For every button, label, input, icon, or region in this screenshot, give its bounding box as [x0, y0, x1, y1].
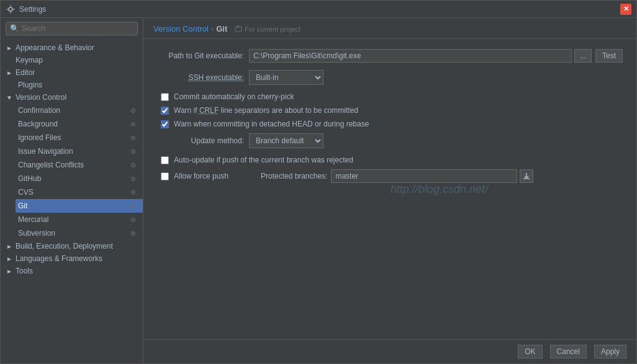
update-method-label: Update method: — [156, 136, 249, 145]
settings-icon-small: ⚙ — [128, 160, 138, 170]
auto-update-checkbox[interactable] — [161, 156, 169, 164]
svg-point-1 — [10, 5, 11, 6]
allow-force-checkbox[interactable] — [161, 172, 169, 180]
titlebar: Settings ✕ — [1, 1, 636, 18]
sidebar-item-tools[interactable]: Tools — [1, 265, 143, 277]
window-title: Settings — [19, 5, 620, 14]
main-panel: Version Control › Git For current projec… — [143, 18, 636, 363]
sidebar-item-label: Issue Navigation — [18, 147, 73, 156]
sidebar-item-languages[interactable]: Languages & Frameworks — [1, 252, 143, 265]
sidebar-item-label: CVS — [18, 188, 34, 197]
settings-icon-small: ⚙ — [128, 105, 138, 115]
sidebar-item-label: Build, Execution, Deployment — [16, 242, 113, 251]
sidebar-item-label: Ignored Files — [18, 133, 61, 142]
svg-point-3 — [7, 9, 8, 10]
sidebar: 🔍 Appearance & Behavior Keymap — [1, 18, 143, 363]
sidebar-item-label: Changelist Conflicts — [18, 161, 84, 169]
sidebar-item-cvs[interactable]: CVS ⚙ — [16, 185, 143, 199]
sidebar-item-label: Plugins — [18, 81, 42, 89]
sidebar-item-label: Subversion — [18, 229, 55, 237]
version-control-children: Confirmation ⚙ Background ⚙ Ignored File… — [1, 104, 143, 240]
ok-button[interactable]: OK — [518, 345, 542, 358]
sidebar-item-label: Confirmation — [18, 106, 60, 115]
main-content: 🔍 Appearance & Behavior Keymap — [1, 18, 636, 363]
sidebar-item-label: Editor — [16, 68, 35, 77]
sidebar-item-github[interactable]: GitHub ⚙ — [16, 172, 143, 185]
sidebar-item-version-control[interactable]: Version Control — [1, 91, 143, 104]
sidebar-item-label: Background — [18, 120, 58, 128]
nav-group-build: Build, Execution, Deployment — [1, 240, 143, 252]
close-button[interactable]: ✕ — [620, 4, 631, 15]
project-tag-label: For current project — [245, 25, 300, 33]
sidebar-item-build[interactable]: Build, Execution, Deployment — [1, 240, 143, 252]
test-button[interactable]: Test — [595, 49, 623, 63]
sidebar-item-label: Languages & Frameworks — [16, 254, 102, 263]
update-method-select[interactable]: Branch default Merge Rebase — [249, 133, 323, 148]
checkbox-row-cherry: Commit automatically on cherry-pick — [156, 92, 624, 101]
sidebar-item-mercurial[interactable]: Mercurial ⚙ — [16, 213, 143, 226]
arrow-icon — [6, 69, 13, 76]
path-input[interactable] — [249, 49, 572, 63]
sidebar-item-background[interactable]: Background ⚙ — [16, 117, 143, 131]
sidebar-item-ignored-files[interactable]: Ignored Files ⚙ — [16, 131, 143, 144]
warn-crlf-label: Warn if CRLF line separators are about t… — [174, 106, 358, 115]
breadcrumb-current: Git — [216, 24, 227, 33]
sidebar-item-label: Tools — [16, 267, 33, 275]
commit-cherry-label: Commit automatically on cherry-pick — [174, 92, 294, 101]
search-box[interactable]: 🔍 — [6, 22, 138, 35]
search-input[interactable] — [22, 24, 133, 33]
sidebar-item-plugins[interactable]: Plugins — [16, 79, 143, 91]
sidebar-item-confirmation[interactable]: Confirmation ⚙ — [16, 104, 143, 117]
svg-point-0 — [9, 7, 12, 11]
ssh-row: SSH executable: Built-in Native — [156, 70, 624, 85]
checkbox-row-head: Warn when committing in detached HEAD or… — [156, 120, 624, 128]
warn-head-checkbox[interactable] — [161, 120, 169, 128]
arrow-icon — [6, 267, 13, 275]
settings-icon-small: ⚙ — [128, 146, 138, 156]
settings-icon-small: ⚙ — [128, 228, 138, 238]
cancel-button[interactable]: Cancel — [550, 345, 587, 358]
sidebar-item-subversion[interactable]: Subversion ⚙ — [16, 226, 143, 240]
apply-button[interactable]: Apply — [594, 345, 626, 358]
allow-force-label: Allow force push — [174, 172, 261, 180]
nav-tree: Appearance & Behavior Keymap Editor — [1, 39, 143, 363]
settings-icon — [6, 4, 16, 14]
breadcrumb-version-control[interactable]: Version Control — [153, 24, 209, 33]
nav-group-tools: Tools — [1, 265, 143, 277]
warn-crlf-checkbox[interactable] — [161, 107, 169, 115]
sidebar-item-keymap[interactable]: Keymap — [1, 54, 143, 66]
sidebar-item-editor[interactable]: Editor — [1, 66, 143, 79]
checkbox-row-autoupdate: Auto-update if push of the current branc… — [156, 156, 624, 164]
protected-branches-label: Protected branches: — [261, 172, 327, 180]
sidebar-item-label: Appearance & Behavior — [16, 43, 94, 52]
nav-group-version-control: Version Control Confirmation ⚙ Backgroun… — [1, 91, 143, 240]
update-method-select-wrapper: Branch default Merge Rebase — [249, 133, 323, 148]
nav-group-appearance: Appearance & Behavior — [1, 42, 143, 54]
update-method-row: Update method: Branch default Merge Reba… — [156, 133, 624, 148]
svg-point-4 — [14, 9, 15, 10]
breadcrumb-separator: › — [211, 24, 214, 33]
protected-branches-input[interactable] — [331, 169, 517, 183]
settings-icon-small: ⚙ — [128, 215, 138, 224]
settings-icon-small: ⚙ — [128, 133, 138, 143]
protected-branches-button[interactable] — [520, 169, 533, 183]
commit-cherry-checkbox[interactable] — [161, 93, 169, 101]
svg-point-2 — [10, 12, 11, 13]
ssh-label: SSH executable: — [156, 73, 249, 82]
project-icon — [235, 25, 242, 33]
sidebar-item-appearance[interactable]: Appearance & Behavior — [1, 42, 143, 54]
crlf-underline: CRLF — [199, 106, 219, 115]
sidebar-item-git[interactable]: Git ⚙ — [16, 199, 143, 213]
sidebar-item-changelist-conflicts[interactable]: Changelist Conflicts ⚙ — [16, 158, 143, 172]
settings-icon-small: ⚙ — [128, 201, 138, 211]
force-push-row: Allow force push Protected branches: — [156, 169, 624, 183]
sidebar-item-issue-navigation[interactable]: Issue Navigation ⚙ — [16, 144, 143, 158]
sidebar-item-label: Keymap — [16, 56, 43, 64]
settings-body: Path to Git executable: ... Test SSH exe… — [143, 39, 636, 339]
sidebar-item-label: GitHub — [18, 174, 41, 183]
arrow-icon — [6, 255, 13, 262]
arrow-icon — [6, 242, 13, 250]
ssh-select[interactable]: Built-in Native — [249, 70, 323, 85]
sidebar-item-label: Mercurial — [18, 215, 48, 224]
browse-button[interactable]: ... — [574, 49, 592, 63]
